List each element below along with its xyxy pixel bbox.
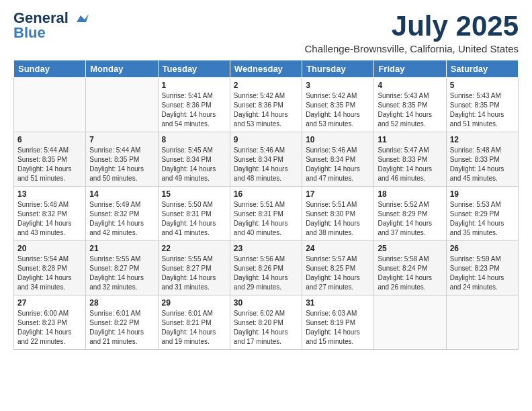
- day-info: Sunrise: 5:46 AM Sunset: 8:34 PM Dayligh…: [234, 146, 298, 183]
- calendar-day-cell: 28Sunrise: 6:01 AM Sunset: 8:22 PM Dayli…: [86, 295, 158, 350]
- calendar-day-cell: 12Sunrise: 5:48 AM Sunset: 8:33 PM Dayli…: [446, 132, 518, 187]
- day-number: 28: [89, 298, 154, 308]
- day-number: 13: [17, 189, 82, 199]
- calendar-day-cell: 30Sunrise: 6:02 AM Sunset: 8:20 PM Dayli…: [230, 295, 302, 350]
- calendar-day-cell: 20Sunrise: 5:54 AM Sunset: 8:28 PM Dayli…: [14, 241, 86, 295]
- day-info: Sunrise: 6:00 AM Sunset: 8:23 PM Dayligh…: [17, 309, 82, 347]
- calendar-day-cell: 14Sunrise: 5:49 AM Sunset: 8:32 PM Dayli…: [86, 187, 158, 241]
- calendar-day-cell: 5Sunrise: 5:43 AM Sunset: 8:35 PM Daylig…: [446, 78, 518, 132]
- title-block: July 2025 Challenge-Brownsville, Califor…: [305, 11, 519, 54]
- day-info: Sunrise: 5:52 AM Sunset: 8:29 PM Dayligh…: [378, 200, 442, 238]
- calendar-day-header: Wednesday: [230, 60, 302, 78]
- day-number: 18: [378, 189, 442, 199]
- day-info: Sunrise: 5:45 AM Sunset: 8:34 PM Dayligh…: [162, 146, 226, 183]
- day-info: Sunrise: 6:02 AM Sunset: 8:20 PM Dayligh…: [234, 309, 298, 347]
- day-info: Sunrise: 6:03 AM Sunset: 8:19 PM Dayligh…: [306, 309, 370, 347]
- day-info: Sunrise: 5:50 AM Sunset: 8:31 PM Dayligh…: [162, 200, 226, 238]
- calendar-day-cell: 31Sunrise: 6:03 AM Sunset: 8:19 PM Dayli…: [302, 295, 374, 350]
- day-info: Sunrise: 5:42 AM Sunset: 8:36 PM Dayligh…: [234, 91, 298, 129]
- calendar-day-cell: 24Sunrise: 5:57 AM Sunset: 8:25 PM Dayli…: [302, 241, 374, 295]
- calendar-table: SundayMondayTuesdayWednesdayThursdayFrid…: [13, 60, 519, 350]
- day-number: 26: [450, 244, 515, 253]
- calendar-day-header: Thursday: [302, 60, 374, 78]
- day-number: 24: [306, 244, 370, 253]
- day-info: Sunrise: 5:54 AM Sunset: 8:28 PM Dayligh…: [17, 255, 82, 292]
- day-number: 5: [450, 81, 515, 90]
- day-info: Sunrise: 6:01 AM Sunset: 8:22 PM Dayligh…: [89, 309, 154, 347]
- calendar-day-cell: 21Sunrise: 5:55 AM Sunset: 8:27 PM Dayli…: [86, 241, 158, 295]
- calendar-day-cell: [86, 78, 158, 132]
- day-number: 31: [306, 298, 370, 308]
- calendar-week-row: 13Sunrise: 5:48 AM Sunset: 8:32 PM Dayli…: [14, 187, 519, 241]
- calendar-day-cell: 25Sunrise: 5:58 AM Sunset: 8:24 PM Dayli…: [374, 241, 446, 295]
- day-info: Sunrise: 5:58 AM Sunset: 8:24 PM Dayligh…: [378, 255, 442, 292]
- day-number: 16: [234, 189, 298, 199]
- calendar-day-header: Sunday: [14, 60, 86, 78]
- day-info: Sunrise: 5:55 AM Sunset: 8:27 PM Dayligh…: [162, 255, 226, 292]
- day-info: Sunrise: 5:55 AM Sunset: 8:27 PM Dayligh…: [89, 255, 154, 292]
- calendar-day-cell: 29Sunrise: 6:01 AM Sunset: 8:21 PM Dayli…: [158, 295, 230, 350]
- calendar-day-cell: 13Sunrise: 5:48 AM Sunset: 8:32 PM Dayli…: [14, 187, 86, 241]
- logo-blue-text: Blue: [13, 26, 46, 40]
- day-number: 10: [306, 135, 370, 144]
- day-number: 23: [234, 244, 298, 253]
- calendar-day-cell: 17Sunrise: 5:51 AM Sunset: 8:30 PM Dayli…: [302, 187, 374, 241]
- logo-text: General: [13, 11, 89, 26]
- calendar-day-cell: 2Sunrise: 5:42 AM Sunset: 8:36 PM Daylig…: [230, 78, 302, 132]
- calendar-day-cell: 18Sunrise: 5:52 AM Sunset: 8:29 PM Dayli…: [374, 187, 446, 241]
- calendar-day-cell: 6Sunrise: 5:44 AM Sunset: 8:35 PM Daylig…: [14, 132, 86, 187]
- day-number: 17: [306, 189, 370, 199]
- calendar-day-cell: 9Sunrise: 5:46 AM Sunset: 8:34 PM Daylig…: [230, 132, 302, 187]
- day-info: Sunrise: 5:43 AM Sunset: 8:35 PM Dayligh…: [378, 91, 442, 129]
- calendar-day-cell: 23Sunrise: 5:56 AM Sunset: 8:26 PM Dayli…: [230, 241, 302, 295]
- calendar-day-cell: 16Sunrise: 5:51 AM Sunset: 8:31 PM Dayli…: [230, 187, 302, 241]
- day-number: 15: [162, 189, 226, 199]
- logo-bird-icon: [74, 13, 89, 25]
- day-info: Sunrise: 5:53 AM Sunset: 8:29 PM Dayligh…: [450, 200, 515, 238]
- day-number: 11: [378, 135, 442, 144]
- day-number: 7: [89, 135, 154, 144]
- day-number: 25: [378, 244, 442, 253]
- day-number: 4: [378, 81, 442, 90]
- calendar-day-cell: 7Sunrise: 5:44 AM Sunset: 8:35 PM Daylig…: [86, 132, 158, 187]
- calendar-day-header: Monday: [86, 60, 158, 78]
- day-info: Sunrise: 5:44 AM Sunset: 8:35 PM Dayligh…: [17, 146, 82, 183]
- calendar-day-cell: 26Sunrise: 5:59 AM Sunset: 8:23 PM Dayli…: [446, 241, 518, 295]
- day-info: Sunrise: 5:48 AM Sunset: 8:32 PM Dayligh…: [17, 200, 82, 238]
- calendar-day-cell: 19Sunrise: 5:53 AM Sunset: 8:29 PM Dayli…: [446, 187, 518, 241]
- calendar-header-row: SundayMondayTuesdayWednesdayThursdayFrid…: [14, 60, 519, 78]
- calendar-day-cell: 27Sunrise: 6:00 AM Sunset: 8:23 PM Dayli…: [14, 295, 86, 350]
- page-header: General Blue July 2025 Challenge-Brownsv…: [13, 11, 519, 54]
- day-number: 9: [234, 135, 298, 144]
- calendar-day-cell: 10Sunrise: 5:46 AM Sunset: 8:34 PM Dayli…: [302, 132, 374, 187]
- calendar-day-header: Tuesday: [158, 60, 230, 78]
- day-number: 1: [162, 81, 226, 90]
- day-number: 27: [17, 298, 82, 308]
- day-info: Sunrise: 5:48 AM Sunset: 8:33 PM Dayligh…: [450, 146, 515, 183]
- day-info: Sunrise: 5:46 AM Sunset: 8:34 PM Dayligh…: [306, 146, 370, 183]
- day-number: 29: [162, 298, 226, 308]
- day-number: 3: [306, 81, 370, 90]
- calendar-day-cell: 22Sunrise: 5:55 AM Sunset: 8:27 PM Dayli…: [158, 241, 230, 295]
- day-info: Sunrise: 5:51 AM Sunset: 8:31 PM Dayligh…: [234, 200, 298, 238]
- day-info: Sunrise: 5:56 AM Sunset: 8:26 PM Dayligh…: [234, 255, 298, 292]
- day-info: Sunrise: 5:43 AM Sunset: 8:35 PM Dayligh…: [450, 91, 515, 129]
- calendar-week-row: 20Sunrise: 5:54 AM Sunset: 8:28 PM Dayli…: [14, 241, 519, 295]
- calendar-day-cell: 11Sunrise: 5:47 AM Sunset: 8:33 PM Dayli…: [374, 132, 446, 187]
- day-info: Sunrise: 5:59 AM Sunset: 8:23 PM Dayligh…: [450, 255, 515, 292]
- day-number: 2: [234, 81, 298, 90]
- calendar-day-cell: 3Sunrise: 5:42 AM Sunset: 8:35 PM Daylig…: [302, 78, 374, 132]
- day-info: Sunrise: 5:51 AM Sunset: 8:30 PM Dayligh…: [306, 200, 370, 238]
- calendar-day-cell: [14, 78, 86, 132]
- day-info: Sunrise: 5:57 AM Sunset: 8:25 PM Dayligh…: [306, 255, 370, 292]
- calendar-day-cell: 1Sunrise: 5:41 AM Sunset: 8:36 PM Daylig…: [158, 78, 230, 132]
- day-info: Sunrise: 5:49 AM Sunset: 8:32 PM Dayligh…: [89, 200, 154, 238]
- calendar-day-header: Saturday: [446, 60, 518, 78]
- calendar-day-header: Friday: [374, 60, 446, 78]
- calendar-day-cell: 8Sunrise: 5:45 AM Sunset: 8:34 PM Daylig…: [158, 132, 230, 187]
- day-info: Sunrise: 6:01 AM Sunset: 8:21 PM Dayligh…: [162, 309, 226, 347]
- day-number: 8: [162, 135, 226, 144]
- calendar-day-cell: 4Sunrise: 5:43 AM Sunset: 8:35 PM Daylig…: [374, 78, 446, 132]
- day-info: Sunrise: 5:44 AM Sunset: 8:35 PM Dayligh…: [89, 146, 154, 183]
- calendar-week-row: 27Sunrise: 6:00 AM Sunset: 8:23 PM Dayli…: [14, 295, 519, 350]
